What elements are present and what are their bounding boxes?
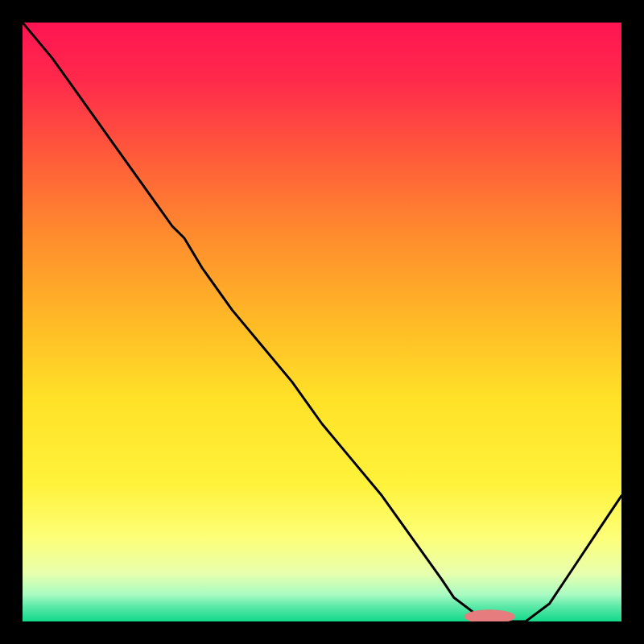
chart-frame: TheBottlenecker.com <box>0 0 644 644</box>
optimal-marker <box>464 610 514 623</box>
gradient-background <box>23 23 621 621</box>
bottleneck-chart <box>0 0 644 644</box>
